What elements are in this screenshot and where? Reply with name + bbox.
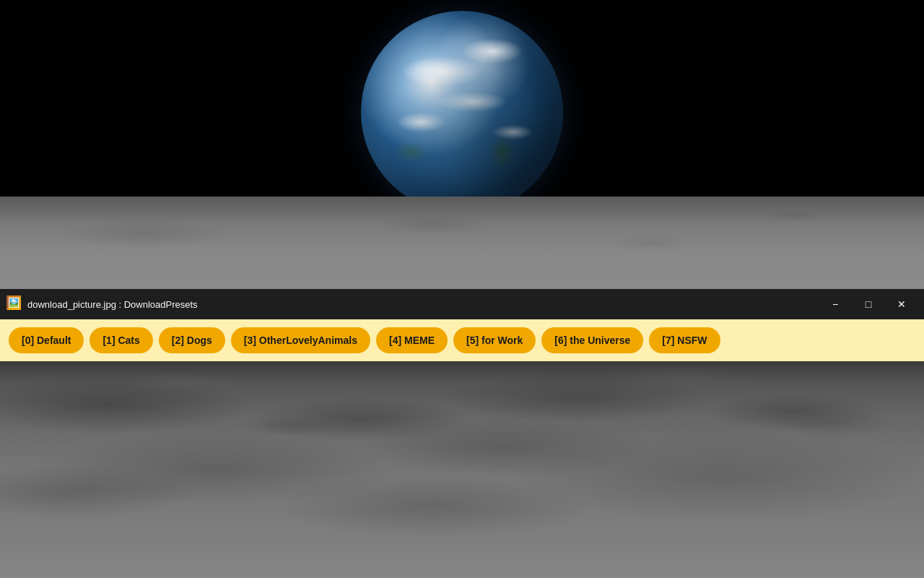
close-button[interactable]: ✕: [885, 289, 918, 319]
presets-bar: [0] Default[1] Cats[2] Dogs[3] OtherLove…: [0, 319, 924, 361]
preset-button-6[interactable]: [6] the Universe: [541, 327, 643, 353]
app-window: 🖼️ download_picture.jpg : DownloadPreset…: [0, 0, 924, 578]
app-icon: 🖼️: [6, 296, 22, 312]
preset-button-5[interactable]: [5] for Work: [453, 327, 536, 353]
preset-button-1[interactable]: [1] Cats: [90, 327, 152, 353]
window-title: download_picture.jpg : DownloadPresets: [27, 299, 819, 310]
minimize-button[interactable]: −: [819, 289, 852, 319]
maximize-button[interactable]: □: [852, 289, 885, 319]
top-image-area: [0, 0, 924, 289]
bottom-image-area: [0, 361, 924, 578]
preset-button-3[interactable]: [3] OtherLovelyAnimals: [231, 327, 370, 353]
earth-globe: [361, 11, 563, 213]
moon-surface-bottom: [0, 361, 924, 578]
titlebar: 🖼️ download_picture.jpg : DownloadPreset…: [0, 289, 924, 319]
preset-button-7[interactable]: [7] NSFW: [649, 327, 720, 353]
preset-button-4[interactable]: [4] MEME: [376, 327, 448, 353]
moon-surface-top: [0, 197, 924, 289]
preset-button-0[interactable]: [0] Default: [9, 327, 84, 353]
titlebar-controls: − □ ✕: [819, 289, 918, 319]
preset-button-2[interactable]: [2] Dogs: [159, 327, 225, 353]
